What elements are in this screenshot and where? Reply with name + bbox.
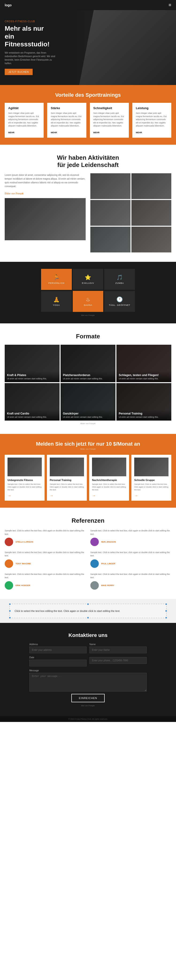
vorteile-card-text-3: Sem integer vitae justo apit magna ferme… xyxy=(136,112,168,127)
selection-handle-br[interactable] xyxy=(165,617,167,619)
vorteile-card-link-3[interactable]: MEHR xyxy=(136,131,142,134)
activity-image-4 xyxy=(131,200,171,226)
tile-icon-5: 🕐 xyxy=(117,296,123,302)
format-title-0: Kraft & Pilates xyxy=(7,374,57,377)
tile-3[interactable]: 🧘 YOGA xyxy=(41,291,72,312)
vorteile-card-title-0: Agilität xyxy=(8,106,40,110)
format-card-4: Ganzkörper Ut enim ad minim veniam start… xyxy=(61,383,115,420)
tile-0[interactable]: 🏃 PERSÖNLICH xyxy=(41,269,72,290)
tile-1[interactable]: ⭐ EXKLUSIV xyxy=(73,269,104,290)
vorteile-card-2: Schnelligkeit Sem integer vitae justo ap… xyxy=(90,103,129,138)
hamburger-menu[interactable]: ≡ xyxy=(168,2,171,8)
ref-text-2: Sample text. Click to select the text bo… xyxy=(5,551,86,558)
selection-handle-bl[interactable] xyxy=(9,617,11,619)
vorteile-card-link-0[interactable]: MEHR xyxy=(8,131,14,134)
tile-2[interactable]: 🎵 ZUMBA xyxy=(104,269,135,290)
melden-card-arrow-0[interactable]: → xyxy=(8,494,11,498)
vorteile-card-0: Agilität Sem integer vitae justo apit ma… xyxy=(5,103,44,138)
activities-title: Wir haben Aktivitätenfür jede Leidenscha… xyxy=(5,154,171,169)
format-subtitle-4: Ut enim ad minim veniam start editing th… xyxy=(63,416,113,418)
submit-button[interactable]: EINREICHEN xyxy=(71,694,105,702)
date-label: Date xyxy=(29,656,86,659)
ref-author-row-2: TONY IMAGINE xyxy=(5,560,86,568)
format-title-4: Ganzkörper xyxy=(63,412,113,415)
date-input[interactable] xyxy=(29,660,86,667)
vorteile-card-3: Leistung Sem integer vitae justo apit ma… xyxy=(132,103,171,138)
ref-name-0: STELLA LARSON xyxy=(16,541,33,543)
ref-name-5: MIKE PERRY xyxy=(101,584,114,587)
ref-avatar-0 xyxy=(5,538,13,546)
selection-handle-mr[interactable] xyxy=(165,610,167,612)
activities-body-text: Lorem ipsum dolor sit amet, consectetur … xyxy=(5,173,86,188)
tile-label-3: YOGA xyxy=(53,304,60,306)
ref-avatar-4 xyxy=(5,581,13,590)
vorteile-card-link-2[interactable]: MEHR xyxy=(93,131,100,134)
address-label: Address xyxy=(29,643,86,646)
ref-card-4: Sample text. Click to select the text bo… xyxy=(5,573,86,590)
activity-image-3 xyxy=(90,200,130,226)
melden-card-1: Personal Training Sample text. Click to … xyxy=(47,455,87,501)
ref-avatar-5 xyxy=(90,581,99,590)
format-title-3: Kraft und Cardio xyxy=(7,412,57,415)
logo: logo xyxy=(5,3,12,7)
vorteile-card-text-1: Sem integer vitae justo apit magna ferme… xyxy=(51,112,83,127)
address-input[interactable] xyxy=(29,646,86,653)
phone-input[interactable] xyxy=(90,657,147,664)
formate-title: Formate xyxy=(5,333,171,340)
selection-handle-tr[interactable] xyxy=(165,603,167,605)
melden-card-arrow-3[interactable]: → xyxy=(134,494,138,498)
ref-card-0: Sample text. Click to select the text bo… xyxy=(5,529,86,546)
format-subtitle-0: Ut enim ad minim veniam start editing th… xyxy=(7,377,57,380)
ref-name-1: NUN JINGSON xyxy=(101,541,116,543)
tile-icon-1: ⭐ xyxy=(85,274,91,280)
vorteile-grid: Agilität Sem integer vitae justo apit ma… xyxy=(5,103,171,138)
selection-handle-tm[interactable] xyxy=(87,603,89,605)
tile-icon-2: 🎵 xyxy=(117,274,123,280)
activities-image-link[interactable]: Bilder von Freepik xyxy=(5,192,24,195)
date-group: Date xyxy=(29,656,86,667)
name-input[interactable] xyxy=(90,646,147,653)
ref-name-4: ERIK HODDER xyxy=(16,584,30,587)
formate-section: Formate Kraft & Pilates Ut enim ad minim… xyxy=(0,323,176,434)
melden-card-title-3: Schnelle Gruppe xyxy=(134,479,168,482)
referenzen-section: Referenzen Sample text. Click to select … xyxy=(0,508,176,599)
activity-image-1 xyxy=(90,173,130,199)
vorteile-title: Vorteile des Sporttrainings xyxy=(5,92,171,98)
format-subtitle-1: Ut enim ad minim veniam start editing th… xyxy=(63,377,113,380)
selection-handle-tl[interactable] xyxy=(9,603,11,605)
melden-card-text-0: Sample text. Click to select the text bo… xyxy=(8,483,42,491)
ref-card-1: Sample text. Click to select the text bo… xyxy=(90,529,171,546)
tile-5[interactable]: 🕐 TÄGL. GEÖFFNET xyxy=(104,291,135,312)
ref-text-0: Sample text. Click to select the text bo… xyxy=(5,529,86,536)
ref-avatar-3 xyxy=(90,560,99,568)
address-group: Address xyxy=(29,643,86,653)
tile-4[interactable]: ♨ SAUNA xyxy=(73,291,104,312)
selection-handle-ml[interactable] xyxy=(9,610,11,612)
melden-credit: Bilder von Freepik xyxy=(5,448,171,450)
activities-section: Wir haben Aktivitätenfür jede Leidenscha… xyxy=(0,145,176,262)
tiles-credit: Bild von Freepik xyxy=(5,314,171,317)
tile-label-1: EXKLUSIV xyxy=(82,282,94,284)
vorteile-card-1: Stärke Sem integer vitae justo apit magn… xyxy=(47,103,86,138)
melden-card-arrow-2[interactable]: → xyxy=(92,494,96,498)
selected-textbox[interactable]: Click to select the text box editing the… xyxy=(10,604,166,619)
message-label: Message xyxy=(29,669,147,672)
ref-avatar-2 xyxy=(5,560,13,568)
ref-author-row-0: STELLA LARSON xyxy=(5,538,86,546)
melden-card-title-0: Unbegrenzte Fitness xyxy=(8,479,42,482)
format-card-2: Schlagen, testen und Fliegen! Ut enim ad… xyxy=(117,345,171,382)
melden-card-title-1: Personal Training xyxy=(50,479,84,482)
ref-author-row-3: PAUL LINGER xyxy=(90,560,171,568)
message-textarea[interactable] xyxy=(29,673,147,692)
tiles-section: 🏃 PERSÖNLICH ⭐ EXKLUSIV 🎵 ZUMBA 🧘 YOGA ♨… xyxy=(0,262,176,323)
hero-cta-button[interactable]: JETZT BUCHEN xyxy=(5,68,33,75)
tile-label-2: ZUMBA xyxy=(115,282,124,284)
ref-card-5: Sample text. Click to select the text bo… xyxy=(90,573,171,590)
formate-grid: Kraft & Pilates Ut enim ad minim veniam … xyxy=(5,345,171,420)
melden-card-title-2: Nachrichtentherapie xyxy=(92,479,126,482)
melden-section: Melden Sie sich jetzt für nur 10 $/Monat… xyxy=(0,434,176,508)
selection-handle-bm[interactable] xyxy=(87,617,89,619)
vorteile-card-link-1[interactable]: MEHR xyxy=(51,131,57,134)
melden-card-arrow-1[interactable]: → xyxy=(50,494,53,498)
activities-left: Lorem ipsum dolor sit amet, consectetur … xyxy=(5,173,86,253)
